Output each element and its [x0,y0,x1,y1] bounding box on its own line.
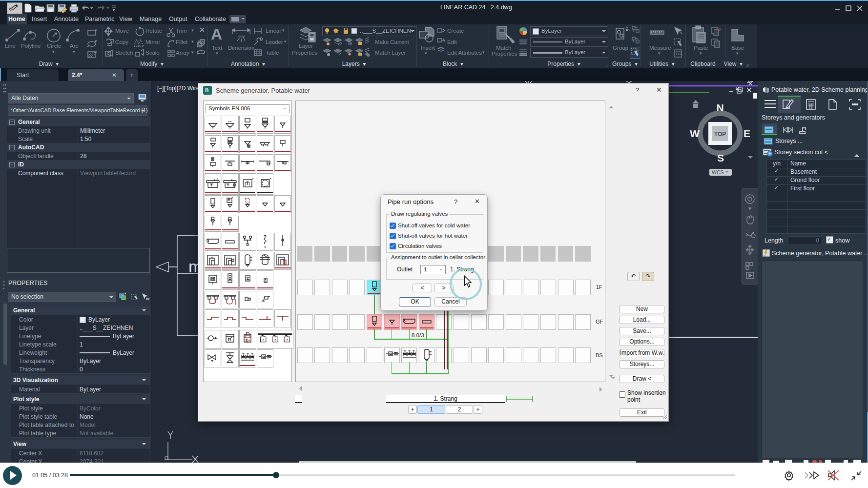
svg-text:E: E [744,128,750,139]
svg-text:W: W [690,128,700,139]
svg-text:N: N [716,102,723,113]
svg-text:S: S [717,152,724,163]
svg-text:TOP: TOP [714,131,726,138]
